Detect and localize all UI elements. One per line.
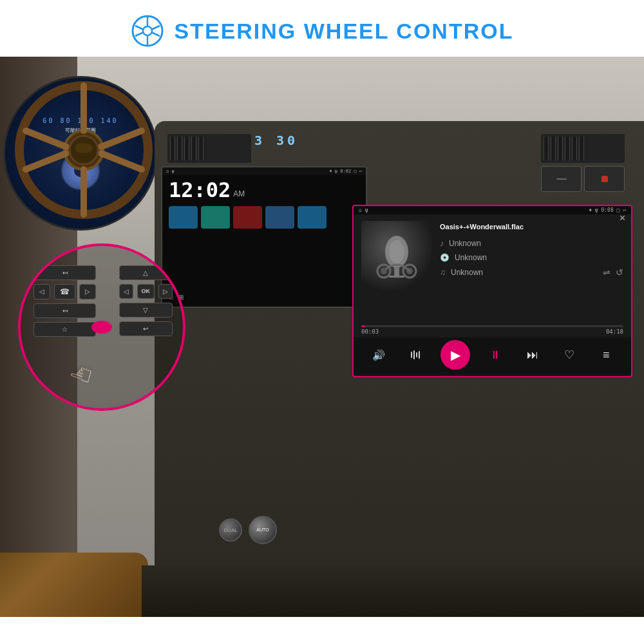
console-area bbox=[142, 565, 644, 617]
swc-active-btn[interactable] bbox=[91, 321, 112, 334]
music-status-right: ♦ ψ 0:08 □ ↩ bbox=[589, 207, 626, 213]
progress-bar-track[interactable] bbox=[361, 325, 623, 327]
swc-circle-overlay: ↤ ◁ ☎ ▷ ↤ ☆ △ ◁ OK ▷ ▽ ↩ bbox=[18, 243, 185, 411]
track-text: Unknown bbox=[451, 268, 598, 277]
headunit-apps bbox=[162, 204, 366, 231]
wood-trim bbox=[0, 553, 148, 617]
album-icon: 💿 bbox=[440, 253, 450, 262]
swc-prev-btn[interactable]: ↤ bbox=[33, 265, 96, 280]
swc-back-btn[interactable]: ↩ bbox=[119, 321, 173, 336]
heart-ctrl-btn[interactable]: ♡ bbox=[558, 343, 581, 366]
svg-line-5 bbox=[151, 26, 160, 30]
progress-times: 00:03 04:18 bbox=[361, 328, 623, 335]
playback-controls: 🔊 ▶ ⏸ ⏭ ♡ ≡ bbox=[354, 337, 631, 375]
svg-point-17 bbox=[75, 143, 93, 153]
artist-icon: ♪ bbox=[440, 239, 444, 248]
app-tile-3[interactable] bbox=[233, 206, 262, 229]
headunit-status-right: ♦ ψ 0:02 □ ↩ bbox=[329, 169, 362, 174]
swc-vol-up-btn[interactable]: △ bbox=[119, 265, 173, 280]
headunit-status-left: ⌂ ψ bbox=[166, 169, 175, 174]
svg-line-7 bbox=[151, 32, 160, 36]
track-filename: Oasis+-+Wonderwall.flac bbox=[440, 222, 623, 231]
track-info: Oasis+-+Wonderwall.flac ♪ Unknown 💿 Unkn… bbox=[440, 221, 623, 278]
headunit-screen[interactable]: ⌂ ψ ♦ ψ 0:02 □ ↩ 12:02 AM ⌂ ⊞ bbox=[161, 166, 367, 308]
repeat-btn[interactable]: ↺ bbox=[616, 267, 623, 278]
swc-left-btn[interactable]: ◁ bbox=[33, 284, 50, 299]
svg-rect-29 bbox=[419, 351, 420, 359]
artist-text: Unknown bbox=[449, 239, 481, 248]
hvac-controls bbox=[541, 166, 625, 192]
swc-right-controls: △ ◁ OK ▷ ▽ ↩ bbox=[119, 265, 173, 336]
swc-ok-right[interactable]: ▷ bbox=[158, 284, 173, 299]
music-statusbar: ⌂ ψ ♦ ψ 0:08 □ ↩ bbox=[354, 206, 631, 214]
list-ctrl-btn[interactable]: ≡ bbox=[594, 343, 618, 366]
app-tile-1[interactable] bbox=[169, 206, 198, 229]
swc-hangup-btn[interactable]: ↤ bbox=[33, 303, 96, 318]
album-row: 💿 Unknown bbox=[440, 253, 623, 262]
svg-line-15 bbox=[101, 153, 142, 169]
swc-right-btn[interactable]: ▷ bbox=[79, 284, 96, 299]
headunit-time-display: 12:02 AM bbox=[162, 175, 366, 204]
album-text: Unknown bbox=[455, 253, 487, 262]
svg-line-12 bbox=[26, 153, 66, 169]
svg-point-1 bbox=[143, 26, 152, 35]
steering-wheel-icon bbox=[131, 14, 164, 48]
play-ctrl-btn[interactable]: ▶ bbox=[440, 340, 470, 370]
artist-row: ♪ Unknown bbox=[440, 239, 623, 248]
page-header: STEERING WHEEL CONTROL bbox=[0, 0, 644, 57]
svg-rect-27 bbox=[413, 350, 415, 359]
page-title: STEERING WHEEL CONTROL bbox=[175, 19, 514, 44]
svg-line-6 bbox=[135, 26, 144, 30]
app-tile-2[interactable] bbox=[201, 206, 230, 229]
steering-wheel-visual bbox=[10, 76, 158, 224]
album-art bbox=[361, 221, 432, 295]
svg-line-4 bbox=[135, 32, 144, 36]
swc-left-controls: ↤ ◁ ☎ ▷ ↤ ☆ bbox=[33, 265, 96, 337]
svg-rect-28 bbox=[416, 352, 417, 357]
volume-ctrl-btn[interactable]: 🔊 bbox=[367, 343, 390, 366]
progress-area[interactable]: 00:03 04:18 bbox=[354, 324, 631, 337]
music-close-btn[interactable]: ✕ bbox=[619, 214, 626, 222]
app-tile-5[interactable] bbox=[298, 206, 327, 229]
app-tile-4[interactable] bbox=[265, 206, 294, 229]
svg-rect-20 bbox=[389, 276, 404, 278]
svg-line-14 bbox=[26, 131, 66, 147]
svg-point-21 bbox=[389, 240, 404, 263]
swc-ok-left[interactable]: ◁ bbox=[119, 284, 133, 299]
shuffle-btn[interactable]: ⇌ bbox=[603, 267, 611, 278]
swc-star-btn[interactable]: ☆ bbox=[33, 322, 96, 337]
pause-ctrl-btn[interactable]: ⏸ bbox=[484, 343, 507, 366]
eq-ctrl-btn[interactable] bbox=[404, 343, 427, 366]
hvac-knob-area: DUAL AUTO bbox=[219, 507, 335, 553]
time-current: 00:03 bbox=[361, 328, 379, 335]
swc-vol-dn-btn[interactable]: ▽ bbox=[119, 303, 173, 317]
next-ctrl-btn[interactable]: ⏭ bbox=[521, 343, 544, 366]
track-row: ♫ Unknown ⇌ ↺ bbox=[440, 267, 623, 278]
time-total: 04:18 bbox=[606, 328, 623, 335]
swc-ok-btn[interactable]: OK bbox=[137, 284, 155, 299]
music-status-left: ⌂ ψ bbox=[359, 207, 368, 213]
progress-bar-fill bbox=[361, 325, 365, 327]
music-main-content: Oasis+-+Wonderwall.flac ♪ Unknown 💿 Unkn… bbox=[354, 214, 631, 324]
vent-right bbox=[541, 134, 625, 163]
svg-rect-19 bbox=[394, 267, 399, 276]
track-icon: ♫ bbox=[440, 268, 446, 277]
svg-line-13 bbox=[101, 131, 142, 147]
vent-left bbox=[167, 134, 251, 163]
knob-left[interactable]: DUAL bbox=[219, 518, 242, 542]
svg-point-25 bbox=[381, 268, 387, 274]
svg-rect-26 bbox=[411, 352, 412, 358]
headunit-statusbar: ⌂ ψ ♦ ψ 0:02 □ ↩ bbox=[162, 167, 366, 175]
knob-auto[interactable]: AUTO bbox=[249, 516, 277, 544]
music-player-overlay: ⌂ ψ ♦ ψ 0:08 □ ↩ ✕ bbox=[352, 205, 632, 377]
clock-display: 3 30 bbox=[254, 133, 298, 148]
swc-phone-btn[interactable]: ☎ bbox=[54, 284, 75, 299]
car-interior-area: 60 80 100 140 可能行驶范围 0 km bbox=[0, 57, 644, 617]
